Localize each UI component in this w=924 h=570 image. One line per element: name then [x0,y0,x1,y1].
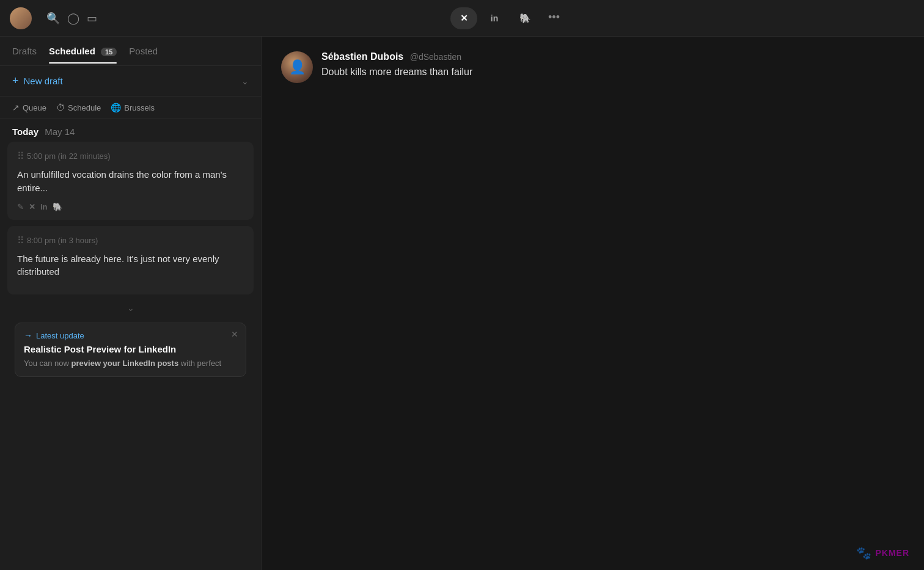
mastodon-icon: 🐘 [519,13,531,24]
post-time-label: 5:00 pm (in 22 minutes) [27,152,111,161]
preview-handle: @dSebastien [410,52,461,62]
post-time: ⠿ 5:00 pm (in 22 minutes) [17,150,244,162]
schedule-icon: ⏱ [56,103,65,112]
linkedin-platform-icon: in [40,202,48,211]
notifications-icon[interactable]: ◯ [67,12,79,25]
scheduled-badge: 15 [101,48,117,56]
update-body-plain2: with perfect [178,359,221,368]
update-header: → Latest update [24,331,237,340]
queue-icon: ↗ [12,103,20,112]
post-text: An unfulfilled vocation drains the color… [17,168,244,195]
platform-tab-mastodon[interactable]: 🐘 [512,7,538,29]
tabs: Drafts Scheduled 15 Posted [0,37,261,66]
date-label: May 14 [45,126,75,137]
list-item[interactable]: ⠿ 5:00 pm (in 22 minutes) An unfulfilled… [7,142,254,220]
platform-tabs: ✕ in 🐘 ••• [450,7,566,29]
timezone-label: Brussels [124,103,155,112]
new-draft-label: New draft [24,76,63,86]
platform-tab-linkedin[interactable]: in [481,7,508,29]
avatar: 👤 [281,51,313,83]
update-body: You can now preview your LinkedIn posts … [24,358,237,369]
avatar-image: 👤 [281,51,313,83]
layout-icon[interactable]: ▭ [87,12,97,25]
post-preview: 👤 Sébastien Dubois @dSebastien Doubt kil… [281,51,648,83]
close-update-button[interactable]: ✕ [231,329,238,339]
post-platforms: ✎ ✕ in 🐘 [17,202,244,211]
timezone-button[interactable]: 🌐 Brussels [111,103,155,112]
mastodon-platform-icon: 🐘 [53,202,62,211]
top-bar: 🔍 ◯ ▭ ✕ in 🐘 ••• [0,0,924,37]
date-header: Today May 14 [0,119,261,142]
new-draft-plus-icon: + [12,75,19,87]
update-label: Latest update [36,331,84,340]
queue-label: Queue [23,103,46,112]
watermark-icon: 🐾 [856,546,871,560]
expand-post-icon[interactable]: ⌄ [7,301,254,318]
search-icon[interactable]: 🔍 [46,12,60,25]
tab-scheduled[interactable]: Scheduled 15 [49,38,117,64]
schedule-label: Schedule [68,103,101,112]
user-avatar[interactable] [10,7,32,29]
preview-header: Sébastien Dubois @dSebastien [321,51,472,62]
main-layout: Drafts Scheduled 15 Posted + New draft ⌄… [0,37,924,570]
post-time: ⠿ 8:00 pm (in 3 hours) [17,235,244,246]
new-draft-chevron-icon: ⌄ [241,76,249,86]
watermark: 🐾 PKMER [856,546,909,560]
update-body-plain: You can now [24,359,72,368]
x-icon: ✕ [460,13,468,24]
post-time-label: 8:00 pm (in 3 hours) [27,236,98,245]
tab-posted[interactable]: Posted [129,38,158,64]
linkedin-icon: in [491,13,498,23]
queue-button[interactable]: ↗ Queue [12,103,46,112]
update-title: Realistic Post Preview for LinkedIn [24,344,237,354]
platform-tab-x[interactable]: ✕ [450,7,477,29]
drag-handle-icon: ⠿ [17,235,23,246]
top-icons: 🔍 ◯ ▭ [46,12,97,25]
preview-name: Sébastien Dubois [321,51,403,62]
watermark-text: PKMER [875,548,909,558]
posts-list: ⠿ 5:00 pm (in 22 minutes) An unfulfilled… [0,142,261,570]
preview-text: Doubt kills more dreams than failur [321,65,472,79]
sidebar: Drafts Scheduled 15 Posted + New draft ⌄… [0,37,262,570]
today-label: Today [12,126,38,137]
queue-controls: ↗ Queue ⏱ Schedule 🌐 Brussels [0,97,261,119]
list-item[interactable]: ⠿ 8:00 pm (in 3 hours) The future is alr… [7,226,254,295]
update-body-bold: preview your LinkedIn posts [72,359,179,368]
drag-handle-icon: ⠿ [17,150,23,162]
new-draft-button[interactable]: + New draft ⌄ [0,66,261,97]
update-arrow-icon: → [24,331,32,340]
content-area: 👤 Sébastien Dubois @dSebastien Doubt kil… [262,37,924,570]
globe-icon: 🌐 [111,103,121,112]
thread-icon: ✎ [17,202,24,211]
update-banner: → Latest update ✕ Realistic Post Preview… [15,323,246,377]
more-platforms-button[interactable]: ••• [542,7,566,29]
tab-drafts[interactable]: Drafts [12,38,37,64]
preview-content: Sébastien Dubois @dSebastien Doubt kills… [321,51,472,83]
x-platform-icon: ✕ [29,202,35,211]
post-text: The future is already here. It's just no… [17,252,244,279]
schedule-button[interactable]: ⏱ Schedule [56,103,101,112]
tab-scheduled-label: Scheduled [49,46,95,56]
